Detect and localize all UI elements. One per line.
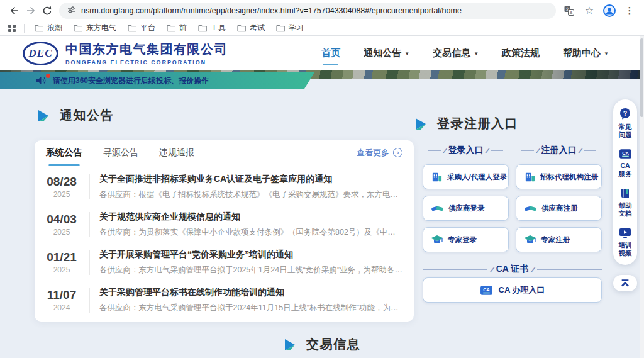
dec-logo-icon: DEC xyxy=(23,42,58,65)
login-section-header: 登录注册入口 xyxy=(415,115,518,132)
profile-avatar[interactable] xyxy=(601,3,618,19)
group-title: 注册入口 xyxy=(541,145,577,156)
notice-title: 关于采购管理平台标书在线制作功能培训的通知 xyxy=(99,287,402,298)
tab-violation-reports[interactable]: 违规通报 xyxy=(159,140,194,165)
back-icon[interactable] xyxy=(6,3,23,19)
folder-icon xyxy=(35,25,43,32)
notice-summary: 各供应商：为贯彻落实《保障中小企业款项支付条例》（国务院令第802号）及《中小企… xyxy=(99,227,402,238)
divider xyxy=(89,174,90,199)
button-label: CA 办理入口 xyxy=(499,284,545,296)
tab-label: 寻源公告 xyxy=(103,147,138,159)
training-videos-shortcut[interactable]: 培训视频 xyxy=(618,227,633,257)
bookmark-folder[interactable]: 平台 xyxy=(123,21,160,35)
bookmark-folder[interactable]: 考试 xyxy=(232,21,270,35)
folder-icon xyxy=(167,25,175,32)
tab-sourcing-notices[interactable]: 寻源公告 xyxy=(103,140,138,165)
section-arrow-icon xyxy=(38,110,52,121)
register-group-header: ∕∕ 注册入口 ∕∕ xyxy=(516,145,602,156)
video-icon xyxy=(619,227,631,238)
bookmark-folder[interactable]: 前 xyxy=(162,21,192,35)
notices-tabs: 系统公告 寻源公告 违规通报 查看更多 › xyxy=(35,140,414,165)
folder-icon xyxy=(128,25,136,32)
notice-year: 2025 xyxy=(43,266,80,274)
screen: nsrm.dongfang.com/platform/runtime/epp/d… xyxy=(0,0,644,358)
nav-label: 首页 xyxy=(321,47,340,59)
help-docs-shortcut[interactable]: 帮助文档 xyxy=(618,187,633,218)
nav-notices[interactable]: 通知公告 ▼ xyxy=(364,47,409,59)
book-icon xyxy=(619,187,631,199)
folder-icon xyxy=(74,25,82,32)
reload-icon[interactable] xyxy=(39,3,55,19)
view-more-label: 查看更多 xyxy=(357,147,389,159)
supplier-login-button[interactable]: 供应商登录 xyxy=(423,196,509,221)
ca-service-shortcut[interactable]: CA CA服务 xyxy=(618,148,633,178)
notice-item[interactable]: 11/07 2024 关于采购管理平台标书在线制作功能培训的通知 各供应商：东方… xyxy=(43,281,402,319)
site-settings-icon[interactable] xyxy=(67,5,75,16)
notice-item[interactable]: 01/21 2025 关于开展采购管理平台“竞价采购业务”培训的通知 各供应商：… xyxy=(43,243,402,281)
svg-text:?: ? xyxy=(623,109,627,117)
nav-home[interactable]: 首页 xyxy=(321,47,340,59)
url-bar[interactable]: nsrm.dongfang.com/platform/runtime/epp/d… xyxy=(59,3,556,19)
bookmark-label: 平台 xyxy=(140,23,155,33)
tab-label: 违规通报 xyxy=(159,147,194,159)
notice-title: 关于规范供应商企业规模信息的通知 xyxy=(99,211,402,223)
button-label: 采购人/代理人登录 xyxy=(447,172,507,182)
view-more-link[interactable]: 查看更多 › xyxy=(357,147,402,159)
building-icon xyxy=(431,171,443,183)
notice-month-day: 08/28 xyxy=(43,175,80,189)
bookmark-label: 工具 xyxy=(211,23,226,33)
bookmark-folder[interactable]: 东方电气 xyxy=(69,21,121,35)
notice-body: 关于全面推进非招标采购业务CA认证及电子签章应用的通知 各供应商：根据《电子招标… xyxy=(99,174,402,200)
bidding-agency-register-button[interactable]: 招标代理机构注册 xyxy=(516,164,602,189)
ca-apply-button[interactable]: CA CA 办理入口 xyxy=(423,277,602,303)
apps-grid-icon[interactable] xyxy=(5,22,19,35)
back-to-top-button[interactable] xyxy=(613,275,637,291)
supplier-register-button[interactable]: 供应商注册 xyxy=(516,196,602,221)
nav-trade-info[interactable]: 交易信息 ▼ xyxy=(433,47,479,59)
handshake-icon xyxy=(431,204,444,213)
bookmark-folder[interactable]: 浪潮 xyxy=(30,21,67,35)
notice-item[interactable]: 04/03 2025 关于规范供应商企业规模信息的通知 各供应商：为贯彻落实《保… xyxy=(43,206,402,243)
ca-group-header: ∕∕ CA 证书 ∕∕ xyxy=(423,264,602,275)
nav-policies[interactable]: 政策法规 xyxy=(502,47,540,59)
notice-date: 11/07 2024 xyxy=(43,288,80,312)
tab-label: 系统公告 xyxy=(46,147,82,159)
notice-title: 关于开展采购管理平台“竞价采购业务”培训的通知 xyxy=(99,249,402,260)
section-arrow-icon xyxy=(415,118,429,130)
expert-login-button[interactable]: 专家登录 xyxy=(423,227,509,252)
scrollbar-thumb[interactable] xyxy=(640,38,643,117)
decorative-line xyxy=(584,150,596,151)
bookmark-star-icon[interactable]: ☆ xyxy=(581,3,597,19)
building-icon xyxy=(524,171,536,183)
buyer-agent-login-button[interactable]: 采购人/代理人登录 xyxy=(423,164,509,189)
notice-list: 08/28 2025 关于全面推进非招标采购业务CA认证及电子签章应用的通知 各… xyxy=(35,165,414,319)
button-label: 专家注册 xyxy=(541,235,570,245)
notice-item[interactable]: 08/28 2025 关于全面推进非招标采购业务CA认证及电子签章应用的通知 各… xyxy=(43,168,402,206)
bookmark-folder[interactable]: 工具 xyxy=(193,21,231,35)
divider xyxy=(89,212,90,237)
notification-dot xyxy=(46,74,50,78)
expert-register-button[interactable]: 专家注册 xyxy=(516,227,602,252)
nav-label: 交易信息 xyxy=(433,47,470,59)
notice-body: 关于规范供应商企业规模信息的通知 各供应商：为贯彻落实《保障中小企业款项支付条例… xyxy=(99,211,402,238)
tab-system-notices[interactable]: 系统公告 xyxy=(46,140,82,165)
decorative-slashes: ∕∕ xyxy=(580,147,580,154)
toolbar-right: 文A ☆ ⋮ xyxy=(561,3,638,19)
divider xyxy=(89,288,90,313)
group-title: 登录入口 xyxy=(448,145,484,156)
chrome-menu-icon[interactable]: ⋮ xyxy=(621,3,638,19)
faq-shortcut[interactable]: ? 常见问题 xyxy=(618,108,633,139)
decorative-line xyxy=(423,269,487,270)
decorative-slashes: ∕∕ xyxy=(444,147,445,154)
notice-body: 关于开展采购管理平台“竞价采购业务”培训的通知 各供应商：东方电气采购管理平台拟… xyxy=(99,249,402,276)
trade-section-header: 交易信息 xyxy=(284,336,360,353)
avatar xyxy=(603,4,616,17)
decorative-slashes: ∕∕ xyxy=(537,147,538,154)
bookmark-folder[interactable]: 学习 xyxy=(271,21,309,35)
nav-help-center[interactable]: 帮助中心 ▼ xyxy=(563,47,609,59)
translate-icon[interactable]: 文A xyxy=(561,3,577,19)
notice-date: 01/21 2025 xyxy=(43,250,80,274)
company-logo[interactable]: DEC 中国东方电气集团有限公司 DONGFANG ELECTRIC CORPO… xyxy=(23,41,228,65)
notice-summary: 各供应商：根据《电子招标投标系统技术规范》《电子采购交易规范》要求，东方电气采购… xyxy=(99,189,402,200)
forward-icon[interactable] xyxy=(23,3,39,19)
